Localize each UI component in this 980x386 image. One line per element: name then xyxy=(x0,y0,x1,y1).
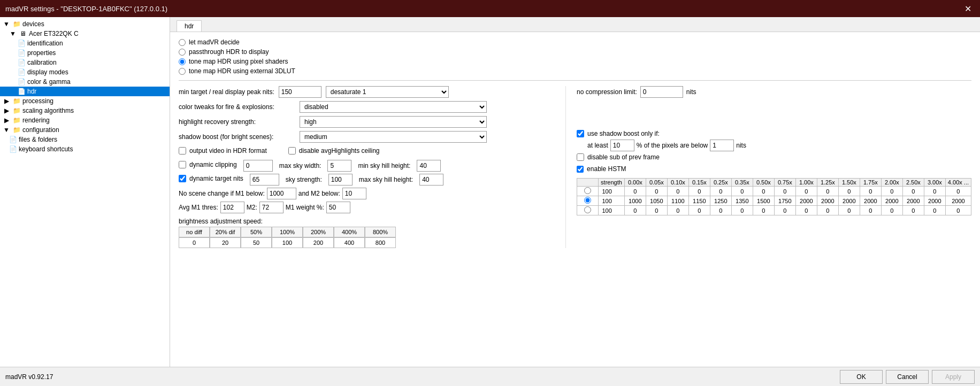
scene-m1-input[interactable] xyxy=(267,188,296,199)
output-hdr-checkbox[interactable] xyxy=(179,147,186,155)
disable-sub-checkbox[interactable] xyxy=(577,153,584,161)
dyn-target-input[interactable] xyxy=(250,174,279,186)
hstm-radio-1[interactable] xyxy=(577,187,599,196)
at-least-unit: nits xyxy=(736,142,746,149)
radio-passthrough[interactable] xyxy=(179,49,186,56)
hstm-strength-2[interactable] xyxy=(599,196,625,206)
sidebar-item-hdr[interactable]: 📄 hdr xyxy=(0,87,170,96)
hstm-cell-1-9: 0 xyxy=(817,187,838,196)
radio-tonemap-3dlut[interactable] xyxy=(179,68,186,75)
ok-button[interactable]: OK xyxy=(840,370,883,384)
hstm-cell-3-11: 0 xyxy=(860,206,881,215)
hstm-cell-2-9: 2000 xyxy=(817,196,838,206)
right-column: no compression limit: nits use shadow bo… xyxy=(565,86,971,248)
hstm-strength-3[interactable] xyxy=(599,206,625,215)
bright-header-3: 100% xyxy=(272,227,303,237)
enable-hstm-checkbox[interactable] xyxy=(577,166,584,173)
hstm-cell-1-11: 0 xyxy=(860,187,881,196)
avg-m2-input[interactable] xyxy=(259,202,284,213)
radio-tonemap-pixel[interactable] xyxy=(179,58,186,65)
sidebar-item-properties[interactable]: 📄 properties xyxy=(0,48,170,58)
peak-nits-label: min target / real display peak nits: xyxy=(179,88,274,96)
max-sky-label: max sky width: xyxy=(279,162,321,169)
sidebar-item-scaling[interactable]: ▶ 📁 scaling algorithms xyxy=(0,106,170,115)
scene-m2-input[interactable] xyxy=(342,188,366,199)
hstm-cell-1-0: 0 xyxy=(624,187,646,196)
peak-nits-input[interactable] xyxy=(279,86,321,98)
hstm-cell-1-3: 0 xyxy=(688,187,710,196)
disable-avg-label: disable avgHighlights ceiling xyxy=(299,147,380,155)
shadow-boost-only-section: use shadow boost only if: at least % of … xyxy=(577,130,971,151)
hstm-cell-1-10: 0 xyxy=(838,187,860,196)
hstm-radio-2[interactable] xyxy=(577,196,599,206)
two-col-layout: min target / real display peak nits: des… xyxy=(179,86,971,248)
sidebar-item-configuration[interactable]: ▼ 📁 configuration xyxy=(0,125,170,135)
at-least-label: at least xyxy=(587,142,608,149)
hstm-strength-1[interactable] xyxy=(599,187,625,196)
sidebar-item-color-gamma[interactable]: 📄 color & gamma xyxy=(0,77,170,87)
sidebar-item-rendering[interactable]: ▶ 📁 rendering xyxy=(0,115,170,125)
hstm-cell-1-12: 0 xyxy=(881,187,902,196)
hstm-th-1.00x: 1.00x xyxy=(795,179,817,187)
avg-m1-input[interactable] xyxy=(220,202,244,213)
hstm-cell-3-8: 0 xyxy=(795,206,817,215)
radio-row-3: tone map HDR using pixel shaders xyxy=(179,58,971,65)
hstm-cell-1-8: 0 xyxy=(795,187,817,196)
hstm-cell-2-12: 2000 xyxy=(881,196,902,206)
radio-let-madvr[interactable] xyxy=(179,39,186,46)
sidebar-item-calibration[interactable]: 📄 calibration xyxy=(0,58,170,67)
bright-val-2: 50 xyxy=(241,237,272,248)
sidebar-item-processing[interactable]: ▶ 📁 processing xyxy=(0,96,170,106)
pixels-below-input[interactable] xyxy=(710,140,734,151)
disable-avg-checkbox[interactable] xyxy=(288,147,296,155)
radio-row-1: let madVR decide xyxy=(179,38,971,46)
sidebar-item-keyboard[interactable]: 📄 keyboard shortcuts xyxy=(0,144,170,154)
max-sky-hill-input[interactable] xyxy=(419,174,443,186)
dyn-clipping-checkbox[interactable] xyxy=(179,161,186,168)
min-sky-hill-input[interactable] xyxy=(417,160,441,172)
shadow-boost-select[interactable]: disabled low medium high xyxy=(300,131,487,143)
apply-button[interactable]: Apply xyxy=(932,370,975,384)
hstm-cell-2-0: 1000 xyxy=(624,196,646,206)
highlight-recovery-select[interactable]: low medium high very high xyxy=(300,116,487,128)
page-icon-id: 📄 xyxy=(17,40,26,47)
bright-col-200: 200% 200 xyxy=(303,227,334,248)
sidebar-item-acer[interactable]: ▼ 🖥 Acer ET322QK C xyxy=(0,29,170,38)
sidebar-item-devices[interactable]: ▼ 📁 devices xyxy=(0,19,170,29)
page-icon-color: 📄 xyxy=(17,78,26,86)
hstm-th-strength: strength xyxy=(599,179,625,187)
no-comp-input[interactable] xyxy=(640,86,683,98)
cancel-button[interactable]: Cancel xyxy=(886,370,929,384)
sidebar-item-files-folders[interactable]: 📄 files & folders xyxy=(0,135,170,144)
sidebar-item-identification[interactable]: 📄 identification xyxy=(0,38,170,48)
disable-sub-row: disable sub of prev frame xyxy=(577,153,971,161)
dyn-target-checkbox[interactable] xyxy=(179,175,186,182)
max-sky-input[interactable] xyxy=(327,160,351,172)
shadow-boost-label: shadow boost (for bright scenes): xyxy=(179,133,296,141)
bright-col-800: 800% 800 xyxy=(365,227,396,248)
desaturate-select[interactable]: desaturate 1 desaturate 2 none xyxy=(326,86,449,98)
version-label: madVR v0.92.17 xyxy=(5,373,53,381)
hstm-th-1.50x: 1.50x xyxy=(838,179,860,187)
bright-header-4: 200% xyxy=(303,227,334,237)
chevron-down-config: ▼ xyxy=(2,126,11,134)
folder-icon-scaling: 📁 xyxy=(12,107,21,114)
color-tweaks-select[interactable]: disabled low medium high xyxy=(300,101,487,113)
sky-strength-input[interactable] xyxy=(328,174,353,186)
chevron-down-icon: ▼ xyxy=(2,20,11,28)
dyn-clipping-label: dynamic clipping xyxy=(189,161,237,168)
hstm-radio-3[interactable] xyxy=(577,206,599,215)
no-comp-row: no compression limit: nits xyxy=(577,86,971,98)
shadow-boost-only-checkbox[interactable] xyxy=(577,130,584,137)
m1-weight-input[interactable] xyxy=(326,202,350,213)
sidebar-item-display-modes[interactable]: 📄 display modes xyxy=(0,67,170,77)
sidebar-acer-label: Acer ET322QK C xyxy=(29,30,79,37)
hstm-th-0.05x: 0.05x xyxy=(646,179,667,187)
at-least-input[interactable] xyxy=(610,140,634,151)
tab-hdr[interactable]: hdr xyxy=(177,20,202,32)
sidebar-item-label: devices xyxy=(22,20,44,28)
page-icon-keyboard: 📄 xyxy=(9,145,17,153)
no-comp-label: no compression limit: xyxy=(577,88,637,96)
dyn-clipping-input[interactable] xyxy=(243,160,273,172)
close-button[interactable]: ✕ xyxy=(961,3,975,15)
